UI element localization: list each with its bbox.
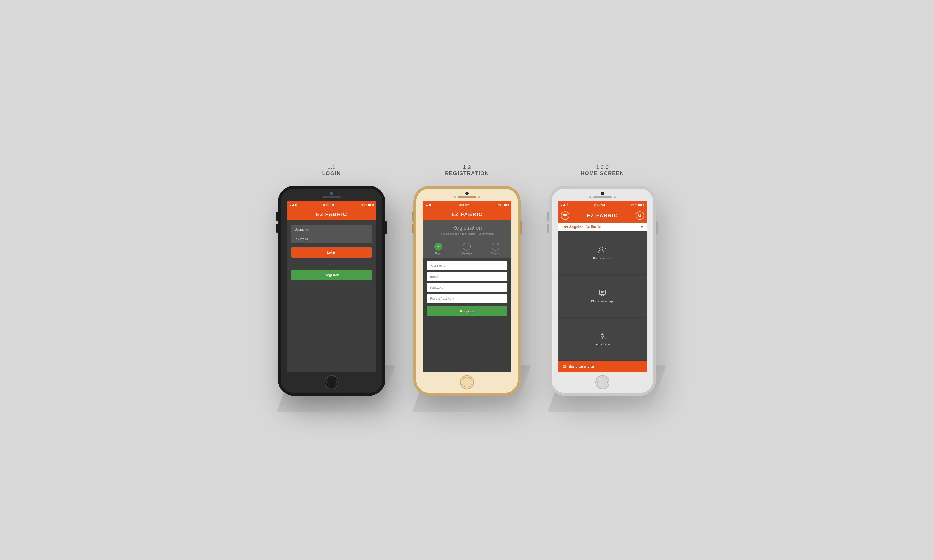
menu-button[interactable] bbox=[561, 211, 569, 220]
role-label-supplier: Supplier bbox=[491, 252, 500, 255]
role-supplier[interactable]: Supplier bbox=[491, 243, 500, 255]
phone-top bbox=[281, 189, 382, 201]
speaker-3 bbox=[593, 197, 612, 198]
repeat-password-field[interactable]: Repeat Password bbox=[427, 294, 507, 303]
registration-title: Registration bbox=[427, 225, 507, 231]
fabric-icon bbox=[598, 332, 606, 341]
signal-bar-3-4 bbox=[566, 204, 566, 206]
location-bar[interactable]: Los Angeles, California ▼ bbox=[558, 223, 647, 231]
battery-pct-3: 100% bbox=[631, 203, 638, 206]
svg-rect-0 bbox=[563, 214, 567, 215]
email-field[interactable]: Email bbox=[427, 272, 507, 281]
sensor-dot-4 bbox=[478, 197, 480, 198]
your-name-field[interactable]: Your Name bbox=[427, 261, 507, 270]
register-submit-button[interactable]: Register bbox=[427, 306, 507, 316]
role-selection: ✓ Buyer Sales Rep. Supplier bbox=[422, 239, 512, 258]
role-salesrep[interactable]: Sales Rep. bbox=[461, 243, 472, 255]
chevron-down-icon: ▼ bbox=[640, 225, 644, 229]
phone-wrapper-home: 1.3.0 HOME SCREEN bbox=[549, 164, 656, 396]
app-title-3: EZ FABRIC bbox=[587, 212, 618, 218]
search-button[interactable] bbox=[636, 211, 644, 220]
location-city: Los Angeles, bbox=[561, 225, 584, 229]
phone-top-2 bbox=[416, 189, 518, 201]
signal-bar-3 bbox=[293, 205, 294, 206]
role-buyer[interactable]: ✓ Buyer bbox=[434, 243, 442, 255]
home-button-2[interactable] bbox=[460, 375, 474, 389]
vol-up-btn-2 bbox=[412, 212, 414, 221]
speaker-2 bbox=[458, 197, 476, 198]
registration-subtitle: Fill in the info below to complete your … bbox=[427, 232, 507, 235]
signal-indicator bbox=[290, 203, 297, 206]
signal-2 bbox=[426, 203, 432, 206]
signal-bar-3-1 bbox=[561, 205, 562, 206]
svg-line-4 bbox=[641, 216, 641, 217]
find-fabric-option[interactable]: Find a Fabric bbox=[558, 318, 647, 360]
register-button[interactable]: Register bbox=[291, 270, 372, 280]
camera-icon bbox=[330, 192, 333, 195]
signal-bar-3-2 bbox=[563, 205, 564, 206]
phone-wrapper-login: 1.1 LOGIN bbox=[278, 164, 385, 396]
screen-name-label-3: HOME SCREEN bbox=[581, 170, 624, 176]
signal-bar-2-1 bbox=[426, 205, 427, 206]
sensor-dot bbox=[319, 197, 321, 198]
salesrep-svg-icon bbox=[598, 289, 606, 296]
supplier-svg-icon bbox=[598, 246, 607, 254]
phone-home: 9:41 AM 100% EZ FABRIC bbox=[549, 186, 656, 396]
version-label: 1.1 bbox=[322, 164, 341, 170]
time-display-3: 9:41 AM bbox=[594, 203, 605, 206]
hamburger-icon bbox=[563, 214, 567, 217]
phone-top-3 bbox=[552, 189, 653, 201]
screen-name-label: LOGIN bbox=[322, 170, 341, 176]
sensor-dot-5 bbox=[589, 197, 591, 198]
password-field[interactable]: Password bbox=[291, 234, 372, 243]
find-supplier-option[interactable]: Find a supplier bbox=[558, 232, 647, 274]
invite-bar[interactable]: ✉ Send an invite bbox=[558, 361, 647, 372]
time-display-2: 9:41 AM bbox=[459, 203, 469, 206]
vol-up-button bbox=[276, 212, 278, 221]
status-bar-3: 9:41 AM 100% bbox=[558, 201, 647, 209]
pwr-btn-2 bbox=[520, 221, 522, 234]
username-field[interactable]: Username bbox=[291, 225, 372, 234]
signal-bar-2-5 bbox=[432, 203, 432, 206]
sensors bbox=[319, 197, 345, 200]
phone-wrapper-registration: 1.2 REGISTRATION bbox=[413, 164, 521, 396]
app-header-home: EZ FABRIC bbox=[558, 209, 647, 223]
app-title: EZ FABRIC bbox=[316, 211, 347, 217]
role-circle-buyer: ✓ bbox=[434, 243, 442, 251]
find-supplier-label: Find a supplier bbox=[592, 257, 612, 260]
battery-pct-2: 100% bbox=[495, 203, 502, 206]
status-bar: 9:41 AM 100% bbox=[287, 201, 376, 209]
battery-percentage: 100% bbox=[360, 203, 367, 206]
power-btn bbox=[385, 221, 387, 234]
signal-3 bbox=[561, 203, 568, 206]
role-circle-salesrep bbox=[463, 243, 471, 251]
home-button-3[interactable] bbox=[595, 375, 609, 389]
supplier-icon bbox=[598, 246, 607, 255]
sensor-dot-3 bbox=[454, 197, 456, 198]
version-label-3: 1.3.0 bbox=[581, 164, 624, 170]
registration-screen: 9:41 AM 100% EZ FABRIC Registration Fill… bbox=[422, 201, 512, 372]
home-button[interactable] bbox=[325, 375, 339, 389]
volume-buttons-2 bbox=[412, 189, 414, 235]
home-screen: 9:41 AM 100% EZ FABRIC bbox=[558, 201, 647, 372]
app-header: EZ FABRIC bbox=[287, 209, 376, 220]
divider-or: OR bbox=[291, 262, 372, 265]
power-button bbox=[385, 221, 387, 234]
location-text: Los Angeles, California bbox=[561, 225, 601, 229]
sensors-3 bbox=[589, 197, 615, 200]
registration-header: Registration Fill in the info below to c… bbox=[422, 220, 512, 239]
signal-bar-2-4 bbox=[430, 204, 431, 206]
battery-fill-3 bbox=[639, 204, 642, 206]
role-label-salesrep: Sales Rep. bbox=[461, 252, 472, 255]
location-state: California bbox=[586, 225, 601, 229]
phone-bottom-3 bbox=[552, 372, 653, 393]
home-button-inner bbox=[327, 377, 337, 387]
password-field-reg[interactable]: Password bbox=[427, 283, 507, 292]
find-salesrep-option[interactable]: Find a sales rep. bbox=[558, 275, 647, 317]
power-button-2 bbox=[520, 221, 522, 234]
login-button[interactable]: Login bbox=[291, 247, 372, 258]
camera-icon-3 bbox=[601, 192, 604, 195]
find-salesrep-label: Find a sales rep. bbox=[591, 300, 613, 303]
salesrep-icon bbox=[598, 289, 606, 298]
battery-icon-2 bbox=[503, 204, 508, 206]
